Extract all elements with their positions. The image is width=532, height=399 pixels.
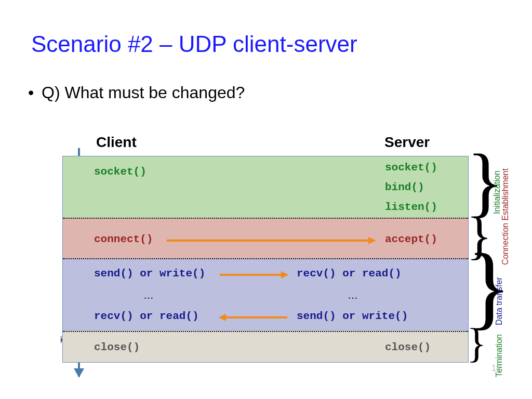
slide-title: Scenario #2 – UDP client-server xyxy=(31,31,357,57)
data-ellipsis-client: … xyxy=(143,289,154,301)
term-client-close: close() xyxy=(94,341,140,353)
phase-data-transfer: send() or write() recv() or read() … … r… xyxy=(63,258,468,331)
data-client-send: send() or write() xyxy=(94,268,205,280)
arrow-recv-send xyxy=(220,316,287,318)
phase-connection: connect() accept() xyxy=(63,218,468,258)
brace-data: } xyxy=(467,259,511,315)
conn-client-connect: connect() xyxy=(94,233,153,245)
phase-termination: close() close() xyxy=(63,331,468,362)
label-connection: Connection Establishment xyxy=(501,168,510,265)
brace-termination: } xyxy=(467,330,486,355)
data-client-recv: recv() or read() xyxy=(94,310,199,322)
init-server-listen: listen() xyxy=(385,201,437,213)
term-server-close: close() xyxy=(385,341,431,353)
arrow-connect-accept xyxy=(167,240,375,242)
question-bullet: Q) What must be changed? xyxy=(42,83,245,102)
init-client-socket: socket() xyxy=(94,166,147,178)
column-header-server: Server xyxy=(384,134,430,151)
label-data-transfer: Data transfer xyxy=(495,277,504,325)
init-server-socket: socket() xyxy=(385,162,437,174)
data-ellipsis-server: … xyxy=(348,289,358,301)
data-server-send: send() or write() xyxy=(297,310,408,322)
phase-initialization: socket() socket() bind() listen() xyxy=(63,156,468,218)
slide: Scenario #2 – UDP client-server Q) What … xyxy=(0,0,532,399)
conn-server-accept: accept() xyxy=(385,233,437,245)
init-server-bind: bind() xyxy=(385,181,424,193)
phase-diagram: socket() socket() bind() listen() connec… xyxy=(62,156,469,363)
page-number: 18 xyxy=(491,364,501,373)
column-header-client: Client xyxy=(96,134,137,151)
arrow-send-recv xyxy=(220,274,287,276)
data-server-recv: recv() or read() xyxy=(297,268,402,280)
